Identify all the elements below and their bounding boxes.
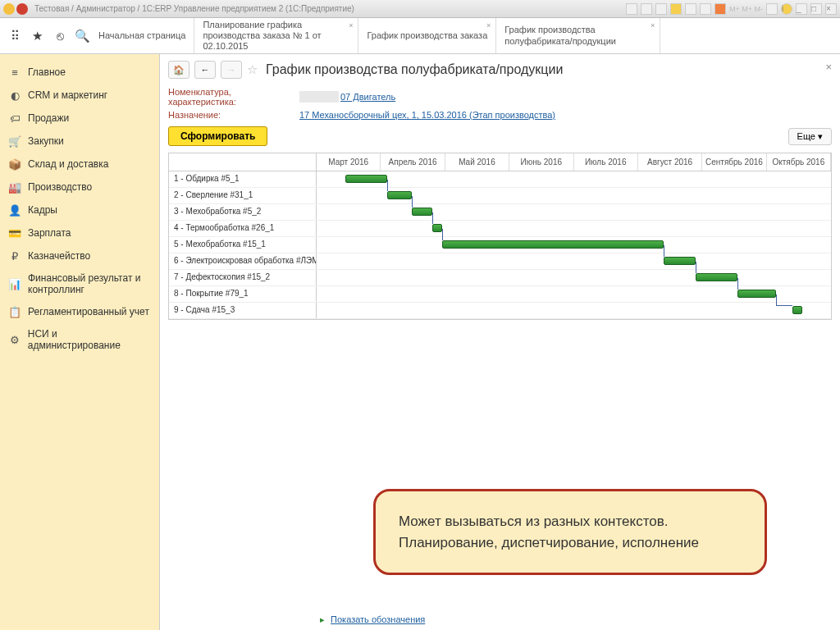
gantt-bar[interactable] bbox=[792, 306, 802, 314]
gantt-bar[interactable] bbox=[432, 224, 442, 232]
star-icon[interactable]: ★ bbox=[30, 29, 44, 43]
gantt-month-header: Август 2016 bbox=[638, 153, 702, 171]
history-icon[interactable]: ⎋ bbox=[53, 29, 67, 43]
maximize-button[interactable]: □ bbox=[810, 3, 822, 15]
close-button[interactable]: × bbox=[825, 3, 837, 15]
gantt-track bbox=[317, 303, 831, 318]
tab[interactable]: График производства заказа× bbox=[358, 18, 496, 53]
gantt-bar[interactable] bbox=[387, 191, 412, 199]
sidebar-label: Склад и доставка bbox=[28, 158, 108, 170]
sidebar-item[interactable]: ◐CRM и маркетинг bbox=[0, 84, 159, 107]
callout-line: Планирование, диспетчирование, исполнени… bbox=[399, 532, 742, 554]
home-button[interactable]: 🏠 bbox=[168, 61, 189, 79]
sidebar-item[interactable]: 📊Финансовый результат и контроллинг bbox=[0, 267, 159, 300]
sidebar-item[interactable]: 📋Регламентированный учет bbox=[0, 300, 159, 323]
gantt-track bbox=[317, 221, 831, 236]
sidebar-item[interactable]: ≡Главное bbox=[0, 61, 159, 84]
sidebar-item[interactable]: 🏭Производство bbox=[0, 176, 159, 199]
sidebar-item[interactable]: 👤Кадры bbox=[0, 199, 159, 221]
content-area: × 🏠 ← → ☆ График производства полуфабрик… bbox=[160, 54, 840, 630]
sidebar-icon: ⚙ bbox=[8, 333, 21, 346]
gantt-row: 6 - Электроискровая обработка #ЛЭМО_1 bbox=[169, 253, 831, 270]
chevron-right-icon: ▸ bbox=[320, 614, 325, 624]
tb-btn[interactable] bbox=[641, 3, 652, 15]
gantt-task-label: 5 - Мехобработка #15_1 bbox=[169, 237, 317, 253]
gantt-row: 4 - Термообработка #26_1 bbox=[169, 221, 831, 237]
tab[interactable]: Планирование графика производства заказа… bbox=[194, 18, 358, 53]
gantt-row: 1 - Обдирка #5_1 bbox=[169, 171, 831, 188]
tb-btn[interactable] bbox=[685, 3, 696, 15]
close-icon[interactable]: × bbox=[825, 61, 832, 73]
callout-line: Может вызываться из разных контекстов. bbox=[399, 511, 742, 532]
more-button[interactable]: Еще ▾ bbox=[788, 128, 832, 145]
tab-close-icon[interactable]: × bbox=[651, 21, 655, 30]
gantt-row: 3 - Мехобработка #5_2 bbox=[169, 204, 831, 221]
sidebar-item[interactable]: 🏷Продажи bbox=[0, 107, 159, 130]
back-button[interactable]: ← bbox=[194, 61, 216, 79]
page-title: График производства полуфабриката/продук… bbox=[266, 62, 563, 77]
nomenclature-link[interactable]: 07 Двигатель bbox=[340, 92, 395, 102]
sidebar: ≡Главное◐CRM и маркетинг🏷Продажи🛒Закупки… bbox=[0, 54, 160, 630]
tb-btn[interactable] bbox=[626, 3, 637, 15]
minimize-button[interactable]: _ bbox=[796, 3, 807, 15]
forward-button[interactable]: → bbox=[221, 61, 242, 79]
sidebar-label: Финансовый результат и контроллинг bbox=[28, 272, 151, 295]
gantt-track bbox=[317, 237, 831, 253]
sidebar-label: Главное bbox=[28, 66, 66, 78]
gantt-bar[interactable] bbox=[412, 208, 432, 216]
sidebar-icon: 👤 bbox=[8, 203, 21, 217]
gantt-bar[interactable] bbox=[737, 290, 776, 298]
sidebar-item[interactable]: 🛒Закупки bbox=[0, 130, 159, 153]
favorite-icon[interactable]: ☆ bbox=[247, 62, 258, 77]
gantt-bar[interactable] bbox=[696, 273, 737, 281]
tab[interactable]: График производства полуфабриката/продук… bbox=[496, 18, 660, 53]
gantt-month-header: Июль 2016 bbox=[574, 153, 638, 171]
show-legend[interactable]: ▸ Показать обозначения bbox=[320, 614, 425, 625]
sidebar-item[interactable]: ₽Казначейство bbox=[0, 244, 159, 267]
sidebar-label: Кадры bbox=[28, 204, 57, 216]
sidebar-label: Производство bbox=[28, 181, 92, 193]
tab-close-icon[interactable]: × bbox=[486, 21, 491, 30]
gantt-track bbox=[317, 253, 831, 269]
sidebar-item[interactable]: 💳Зарплата bbox=[0, 221, 159, 244]
apps-icon[interactable]: ⠿ bbox=[8, 29, 22, 43]
gantt-bar[interactable] bbox=[664, 257, 696, 265]
tb-btn[interactable] bbox=[670, 3, 682, 15]
sidebar-icon: 📋 bbox=[8, 305, 21, 318]
gantt-track bbox=[317, 286, 831, 302]
titlebar-controls: M+ M+ M- i _ □ × bbox=[626, 3, 837, 15]
gantt-track bbox=[317, 171, 831, 187]
search-icon[interactable]: 🔍 bbox=[75, 29, 90, 43]
gantt-bar[interactable] bbox=[345, 175, 387, 183]
tb-btn[interactable] bbox=[700, 3, 711, 15]
gantt-month-header: Март 2016 bbox=[317, 153, 381, 171]
sidebar-icon: 🛒 bbox=[8, 135, 21, 148]
gantt-row: 7 - Дефектоскопия #15_2 bbox=[169, 270, 831, 286]
gantt-month-header: Май 2016 bbox=[445, 153, 509, 171]
sidebar-label: Регламентированный учет bbox=[28, 306, 149, 317]
sidebar-label: Казначейство bbox=[28, 250, 90, 262]
tb-btn[interactable] bbox=[655, 3, 667, 15]
gantt-month-header: Июнь 2016 bbox=[509, 153, 573, 171]
form-button[interactable]: Сформировать bbox=[168, 126, 267, 146]
sidebar-label: НСИ и администрирование bbox=[28, 328, 151, 351]
info-icon[interactable]: i bbox=[781, 3, 792, 15]
tab[interactable]: Начальная страница bbox=[90, 18, 194, 53]
hidden-value bbox=[299, 91, 339, 103]
gantt-task-label: 7 - Дефектоскопия #15_2 bbox=[169, 270, 317, 285]
gantt-task-label: 8 - Покрытие #79_1 bbox=[169, 286, 317, 302]
gantt-track bbox=[317, 204, 831, 220]
gantt-task-label: 9 - Сдача #15_3 bbox=[169, 303, 317, 318]
sidebar-icon: ◐ bbox=[8, 89, 21, 102]
nomenclature-label: Номенклатура, характеристика: bbox=[168, 87, 299, 107]
tb-btn[interactable] bbox=[714, 3, 726, 15]
gantt-month-header: Сентябрь 2016 bbox=[702, 153, 766, 171]
sidebar-item[interactable]: 📦Склад и доставка bbox=[0, 153, 159, 176]
assignment-link[interactable]: 17 Механосборочный цех, 1, 15.03.2016 (Э… bbox=[299, 110, 555, 120]
gantt-row: 2 - Сверление #31_1 bbox=[169, 188, 831, 204]
sidebar-item[interactable]: ⚙НСИ и администрирование bbox=[0, 323, 159, 356]
tab-close-icon[interactable]: × bbox=[349, 21, 353, 30]
tb-btn[interactable] bbox=[766, 3, 778, 15]
sidebar-label: CRM и маркетинг bbox=[28, 89, 107, 101]
gantt-bar[interactable] bbox=[442, 240, 664, 249]
